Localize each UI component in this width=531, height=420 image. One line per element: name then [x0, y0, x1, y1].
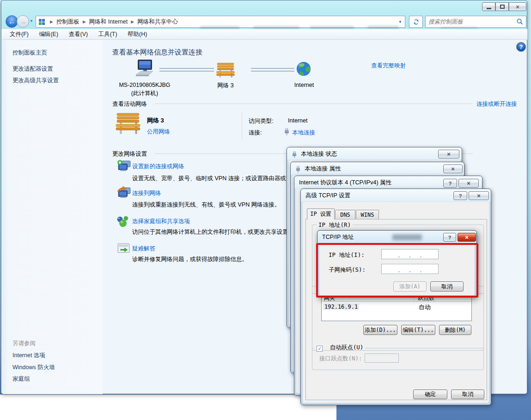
breadcrumb-network-sharing[interactable]: 网络和共享中心: [137, 18, 178, 26]
gateway-delete-button[interactable]: 删除(M): [439, 325, 471, 335]
tab-wins[interactable]: WINS: [356, 210, 379, 219]
forward-button[interactable]: →: [17, 15, 29, 28]
maximize-button[interactable]: [495, 2, 509, 11]
close-button[interactable]: ×: [443, 164, 463, 173]
help-button[interactable]: ?: [516, 42, 526, 52]
dialog-title: 本地连接 状态: [301, 150, 337, 158]
chevron-down-icon: ▼: [30, 19, 33, 23]
task-troubleshoot-link[interactable]: 疑难解答: [132, 245, 155, 253]
refresh-icon: [413, 18, 420, 25]
help-button[interactable]: ?: [443, 179, 457, 188]
menu-file[interactable]: 文件(F): [6, 29, 33, 40]
tab-dns[interactable]: DNS: [335, 210, 355, 219]
plug-icon: [295, 165, 301, 173]
menu-tools[interactable]: 工具(T): [94, 29, 122, 40]
help-button[interactable]: ?: [443, 233, 456, 242]
metric-cell: 自动: [419, 303, 431, 311]
minimize-button[interactable]: [482, 2, 495, 11]
task-connect-link[interactable]: 连接到网络: [132, 189, 161, 197]
breadcrumb-separator-icon: ▶: [47, 19, 56, 24]
help-icon: ?: [459, 193, 462, 199]
maximize-icon: [500, 5, 505, 9]
menu-help[interactable]: 帮助(H): [123, 29, 151, 40]
search-input[interactable]: [426, 18, 516, 25]
plug-icon: [292, 150, 297, 158]
active-network-name: 网络 3: [147, 116, 164, 125]
map-connector: [251, 68, 294, 72]
network-type-link[interactable]: 公用网络: [147, 128, 170, 136]
gateway-table[interactable]: 网关 跃点数 192.16.9.1 自动: [321, 293, 472, 321]
breadcrumb-separator-icon: ▶: [79, 19, 89, 24]
menu-edit[interactable]: 编辑(E): [35, 29, 62, 40]
troubleshoot-icon: [117, 243, 131, 255]
internet-globe-icon[interactable]: [296, 61, 311, 77]
gateway-add-button[interactable]: 添加(D)...: [363, 325, 397, 335]
local-connection-link[interactable]: 本地连接: [292, 129, 315, 137]
internet-label: Internet: [286, 82, 323, 88]
breadcrumb-separator-icon: ▶: [128, 19, 137, 24]
computer-icon[interactable]: [134, 59, 155, 79]
breadcrumb-control-panel[interactable]: 控制面板: [56, 18, 79, 26]
new-connection-icon: [116, 159, 131, 172]
gateway-edit-button[interactable]: 编辑(T)...: [401, 325, 435, 335]
dialog-titlebar: 本地连接 属性: [291, 162, 464, 175]
recent-pages-dropdown[interactable]: ▼: [30, 19, 33, 23]
full-map-link[interactable]: 查看完整映射: [371, 62, 406, 70]
dialog-title: 高级 TCP/IP 设置: [305, 192, 350, 200]
close-icon: ×: [465, 234, 469, 241]
close-icon: ×: [477, 192, 481, 199]
censored-text: [392, 234, 422, 240]
network-icon[interactable]: [216, 61, 235, 79]
connect-network-icon: [116, 186, 131, 199]
computer-label: MS-20190805KJBG: [108, 82, 182, 88]
close-button[interactable]: ×: [509, 2, 526, 11]
close-button[interactable]: ×: [458, 233, 476, 242]
connection-label: 连接:: [249, 129, 262, 137]
connect-disconnect-link[interactable]: 连接或断开连接: [476, 100, 517, 108]
sidebar-item-homegroup[interactable]: 家庭组: [12, 375, 30, 383]
menu-view[interactable]: 查看(V): [65, 29, 92, 40]
sidebar-item-home[interactable]: 控制面板主页: [12, 49, 47, 57]
gateway-cell: 192.16.9.1: [323, 304, 359, 310]
computer-sublabel: (此计算机): [108, 90, 182, 97]
cancel-button[interactable]: 取消: [451, 390, 484, 399]
ok-button[interactable]: 确定: [413, 390, 447, 399]
see-also-header: 另请参阅: [12, 340, 36, 347]
table-row[interactable]: 192.16.9.1 自动: [322, 302, 471, 311]
tab-ip-settings[interactable]: IP 设置: [307, 208, 335, 219]
back-button[interactable]: ←: [6, 15, 18, 28]
red-highlight-box: [316, 243, 478, 298]
sidebar-item-adapter-settings[interactable]: 更改适配器设置: [12, 65, 53, 73]
active-networks-header: 查看活动网络: [112, 100, 147, 108]
sidebar-item-advanced-sharing[interactable]: 更改高级共享设置: [12, 77, 59, 85]
close-button[interactable]: ×: [458, 179, 479, 188]
close-button[interactable]: ×: [438, 150, 459, 158]
auto-metric-label[interactable]: 自动跃点(U): [330, 344, 364, 351]
back-arrow-icon: ←: [8, 18, 15, 25]
search-icon[interactable]: [516, 18, 524, 25]
dialog-title: TCP/IP 地址: [322, 233, 354, 241]
access-type-label: 访问类型:: [249, 117, 273, 125]
task-new-connection-link[interactable]: 设置新的连接或网络: [132, 163, 184, 170]
auto-metric-checkbox[interactable]: ✓: [317, 346, 323, 352]
task-homegroup-link[interactable]: 选择家庭组和共享选项: [132, 218, 190, 225]
page-title: 查看基本网络信息并设置连接: [112, 48, 202, 57]
sidebar-item-internet-options[interactable]: Internet 选项: [12, 352, 45, 359]
help-icon: ?: [449, 181, 452, 186]
map-connector: [159, 68, 214, 72]
dialog-titlebar: 本地连接 状态: [287, 147, 462, 160]
sidebar-item-windows-firewall[interactable]: Windows 防火墙: [12, 364, 55, 371]
dialog-title: 本地连接 属性: [305, 165, 341, 173]
close-icon: ×: [447, 151, 451, 158]
help-icon: ?: [519, 44, 523, 50]
close-icon: ×: [516, 3, 519, 11]
help-button[interactable]: ?: [453, 191, 467, 200]
refresh-button[interactable]: [409, 16, 423, 28]
interface-metric-label: 接口跃点数(N):: [319, 355, 362, 363]
breadcrumb-caret-icon[interactable]: ▼: [398, 20, 402, 24]
breadcrumb-network-internet[interactable]: 网络和 Internet: [89, 18, 128, 26]
close-button[interactable]: ×: [469, 191, 489, 200]
network-settings-header: 更改网络设置: [112, 150, 147, 158]
interface-metric-input[interactable]: [365, 353, 399, 363]
auto-metric-row: ✓ 自动跃点(U): [315, 343, 365, 350]
